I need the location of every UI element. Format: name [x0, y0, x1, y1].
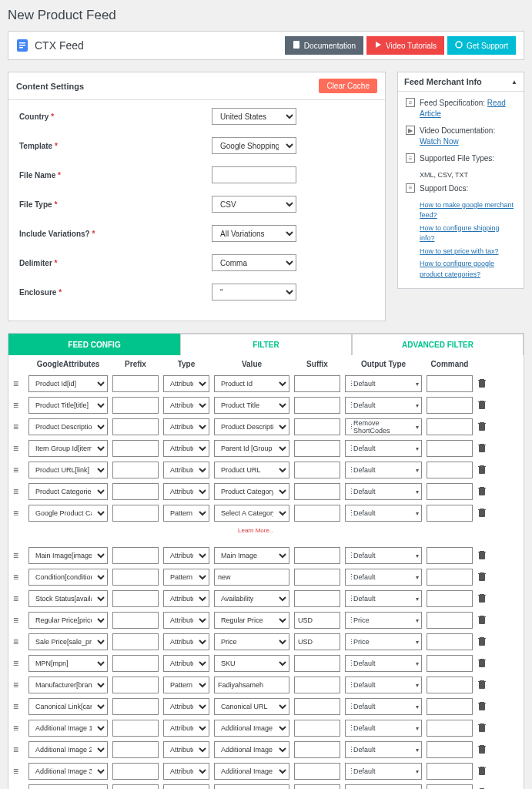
tab-filter[interactable]: FILTER [180, 334, 352, 355]
suffix-input[interactable] [294, 375, 340, 392]
value-select[interactable]: Additional Image 1 [214, 720, 289, 737]
suffix-input[interactable] [294, 741, 340, 758]
suffix-input[interactable] [294, 397, 340, 414]
output-type-select[interactable]: Default [345, 483, 422, 500]
type-select[interactable]: Attribute [163, 483, 209, 500]
type-select[interactable]: Attribute [163, 741, 209, 758]
command-input[interactable] [427, 397, 473, 414]
value-select[interactable]: Parent Id [Group Id] [214, 440, 289, 457]
delete-row-icon[interactable] [477, 485, 488, 498]
drag-handle-icon[interactable]: ≡ [13, 680, 24, 690]
type-select[interactable]: Attribute [163, 784, 209, 789]
value-select[interactable]: Additional Image 3 [214, 763, 289, 780]
value-select[interactable]: Product Title [214, 397, 289, 414]
support-doc-link[interactable]: How to set price with tax? [420, 247, 499, 255]
command-input[interactable] [427, 655, 473, 672]
delete-row-icon[interactable] [477, 657, 488, 670]
attribute-select[interactable]: Sale Price[sale_price] [28, 633, 108, 650]
output-type-select[interactable]: Default [345, 698, 422, 715]
attribute-select[interactable]: Product Id[id] [28, 375, 108, 392]
suffix-input[interactable] [294, 763, 340, 780]
delete-row-icon[interactable] [477, 464, 488, 476]
prefix-input[interactable] [112, 677, 159, 693]
prefix-input[interactable] [112, 720, 159, 737]
attribute-select[interactable]: Additional Image 3 [additional_image_lin… [28, 763, 108, 780]
documentation-button[interactable]: Documentation [285, 36, 363, 55]
suffix-input[interactable] [294, 418, 340, 435]
output-type-select[interactable]: Price [345, 633, 422, 650]
delete-row-icon[interactable] [477, 700, 488, 713]
prefix-input[interactable] [112, 655, 159, 672]
delete-row-icon[interactable] [477, 378, 488, 390]
attribute-select[interactable]: Additional Image 2 [additional_image_lin… [28, 741, 108, 758]
attribute-select[interactable]: Main Image[image_link] [28, 547, 108, 564]
country-select[interactable]: United States [212, 108, 296, 125]
enclosure-select[interactable]: " [212, 284, 296, 300]
drag-handle-icon[interactable]: ≡ [13, 443, 24, 454]
attribute-select[interactable]: Regular Price[price] [28, 612, 108, 629]
output-type-select[interactable]: Default [345, 720, 422, 737]
drag-handle-icon[interactable]: ≡ [13, 766, 24, 777]
prefix-input[interactable] [112, 440, 159, 457]
prefix-input[interactable] [112, 375, 159, 392]
suffix-input[interactable] [294, 505, 340, 522]
type-select[interactable]: Attribute [163, 763, 209, 780]
drag-handle-icon[interactable]: ≡ [13, 636, 24, 647]
prefix-input[interactable] [112, 418, 159, 435]
suffix-input[interactable] [294, 462, 340, 478]
command-input[interactable] [427, 462, 473, 478]
value-select[interactable]: Main Image [214, 547, 289, 564]
type-select[interactable]: Attribute [163, 547, 209, 564]
type-select[interactable]: Attribute [163, 698, 209, 715]
type-select[interactable]: Attribute [163, 655, 209, 672]
delete-row-icon[interactable] [477, 636, 488, 648]
suffix-input[interactable] [294, 698, 340, 715]
delete-row-icon[interactable] [477, 442, 488, 455]
attribute-select[interactable]: Additional Image 4 [additional_image_lin… [28, 784, 108, 789]
prefix-input[interactable] [112, 547, 159, 564]
output-type-select[interactable]: Default [345, 440, 422, 457]
delete-row-icon[interactable] [477, 744, 488, 756]
output-type-select[interactable]: Default [345, 677, 422, 693]
value-select[interactable]: Availability [214, 590, 289, 607]
suffix-input[interactable] [294, 547, 340, 564]
suffix-input[interactable] [294, 720, 340, 737]
delete-row-icon[interactable] [477, 549, 488, 562]
command-input[interactable] [427, 590, 473, 607]
delete-row-icon[interactable] [477, 765, 488, 777]
drag-handle-icon[interactable]: ≡ [13, 465, 24, 475]
attribute-select[interactable]: Manufacturer[brand] [28, 677, 108, 693]
type-select[interactable]: Pattern (Static) [163, 677, 209, 693]
value-select[interactable]: Regular Price [214, 612, 289, 629]
attribute-select[interactable]: Stock Status[availability] [28, 590, 108, 607]
command-input[interactable] [427, 418, 473, 435]
value-select[interactable]: Additional Image 2 [214, 741, 289, 758]
value-select[interactable]: Canonical URL [214, 698, 289, 715]
type-select[interactable]: Attribute [163, 375, 209, 392]
filetype-select[interactable]: CSV [212, 196, 296, 213]
attribute-select[interactable]: Product Categories[product_type] [28, 483, 108, 500]
output-type-select[interactable]: Default [345, 741, 422, 758]
output-type-select[interactable]: Default [345, 505, 422, 522]
suffix-input[interactable] [294, 483, 340, 500]
attribute-select[interactable]: Google Product Category [28, 505, 108, 522]
type-select[interactable]: Attribute [163, 440, 209, 457]
learn-more-link[interactable]: Learn More.. [8, 527, 524, 534]
suffix-input[interactable] [294, 784, 340, 789]
value-select[interactable]: Product Description [214, 418, 289, 435]
output-type-select[interactable]: Remove ShortCodes [345, 418, 422, 435]
output-type-select[interactable]: Default [345, 590, 422, 607]
value-input[interactable] [214, 569, 289, 586]
drag-handle-icon[interactable]: ≡ [13, 550, 24, 561]
drag-handle-icon[interactable]: ≡ [13, 723, 24, 734]
suffix-input[interactable] [294, 655, 340, 672]
prefix-input[interactable] [112, 483, 159, 500]
collapse-icon[interactable]: ▲ [511, 79, 517, 86]
output-type-select[interactable]: Default [345, 462, 422, 478]
value-input[interactable] [214, 677, 289, 693]
attribute-select[interactable]: MPN[mpn] [28, 655, 108, 672]
type-select[interactable]: Attribute [163, 590, 209, 607]
delete-row-icon[interactable] [477, 507, 488, 519]
output-type-select[interactable]: Default [345, 655, 422, 672]
delete-row-icon[interactable] [477, 399, 488, 411]
